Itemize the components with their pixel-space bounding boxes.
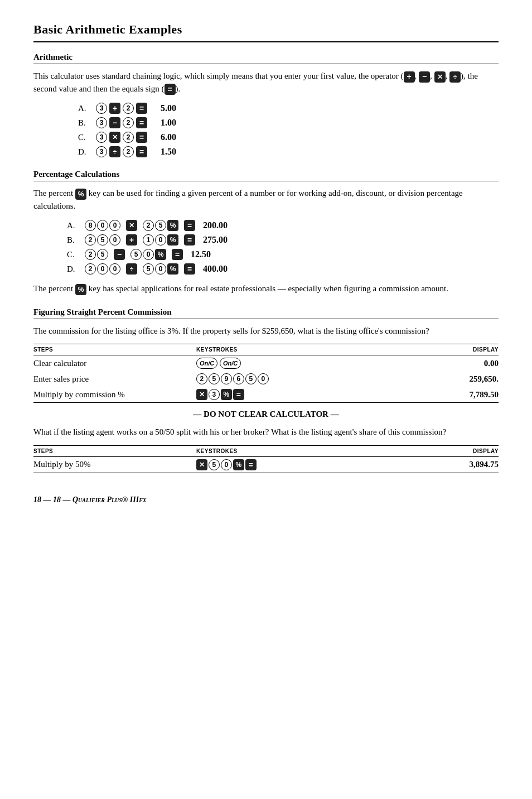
key-2-pa: 2 bbox=[143, 220, 154, 231]
pct-result-b: 275.00 bbox=[203, 235, 236, 245]
pct-label-d: D. bbox=[67, 264, 83, 274]
key-pct-c: % bbox=[155, 249, 166, 260]
key-2-pd: 2 bbox=[85, 263, 96, 275]
pct-right-keys-a: 25% bbox=[143, 220, 178, 231]
key-eq-pa: = bbox=[184, 220, 195, 231]
pct-key-inline2: % bbox=[75, 284, 86, 295]
key-0-pd1: 0 bbox=[97, 263, 108, 275]
key-3-c: 3 bbox=[96, 132, 107, 143]
table-row: Enter sales price 259650 259,650. bbox=[33, 371, 499, 387]
key-0-a1: 0 bbox=[97, 220, 108, 231]
keystroke-t2-1-keys: ✕50%= bbox=[196, 459, 257, 470]
minus-icon: − bbox=[419, 71, 430, 83]
pct-left-keys-c: 25 bbox=[85, 249, 108, 260]
key-5-pd: 5 bbox=[143, 263, 154, 275]
pct-label-c: C. bbox=[67, 250, 83, 259]
key-0-pb2: 0 bbox=[155, 234, 166, 246]
pct-left-keys-b: 250 bbox=[85, 234, 120, 246]
multiply-icon: ✕ bbox=[434, 71, 446, 83]
page-footer: 18 — 18 — Qualifier Plus® IIIfx bbox=[33, 495, 499, 504]
arithmetic-example-c: C. 3 ✕ 2 = 6.00 bbox=[78, 132, 499, 143]
key-eq-pd: = bbox=[184, 263, 195, 275]
pct-result-d: 400.00 bbox=[203, 264, 236, 274]
key-pct-comm: % bbox=[221, 389, 232, 400]
key-2-sp: 2 bbox=[196, 373, 207, 384]
keystroke-2: 259650 bbox=[196, 371, 383, 387]
step-1: Clear calculator bbox=[33, 355, 196, 372]
divide-icon: ÷ bbox=[449, 71, 461, 83]
key-eq-d: = bbox=[136, 146, 147, 157]
do-not-clear: — DO NOT CLEAR CALCULATOR — bbox=[33, 410, 499, 419]
key-6-sp: 6 bbox=[233, 373, 244, 384]
key-2-c: 2 bbox=[123, 132, 134, 143]
key-2-b: 2 bbox=[123, 117, 134, 128]
key-eq-comm: = bbox=[233, 389, 244, 400]
key-5-pc: 5 bbox=[97, 249, 108, 260]
display-1: 0.00 bbox=[382, 355, 499, 372]
pct-example-d: D. 200 ÷ 50% = 400.00 bbox=[67, 263, 499, 275]
result-d: 1.50 bbox=[161, 147, 194, 157]
col-header-display: DISPLAY bbox=[382, 344, 499, 355]
example-label-c: C. bbox=[78, 133, 94, 142]
step-t2-1: Multiply by 50% bbox=[33, 456, 196, 473]
key-eq-a: = bbox=[136, 103, 147, 114]
commission-intro: The commission for the listing office is… bbox=[33, 325, 499, 338]
key-0-pc: 0 bbox=[143, 249, 154, 260]
pct-op-d: ÷ bbox=[126, 263, 137, 275]
pct-right-keys-b: 10% bbox=[143, 234, 178, 246]
pct-left-keys-a: 800 bbox=[85, 220, 120, 231]
pct-example-b: B. 250 + 10% = 275.00 bbox=[67, 234, 499, 246]
key-2-pb: 2 bbox=[85, 234, 96, 246]
key-plus-a: + bbox=[109, 103, 120, 114]
key-1-pb: 1 bbox=[143, 234, 154, 246]
keystroke-3: ✕3%= bbox=[196, 387, 383, 403]
keystroke-1: On/C On/C bbox=[196, 355, 383, 372]
arithmetic-heading: Arithmetic bbox=[33, 52, 499, 64]
table-row: Clear calculator On/C On/C 0.00 bbox=[33, 355, 499, 372]
table-row: Multiply by commission % ✕3%= 7,789.50 bbox=[33, 387, 499, 403]
key-5-50: 5 bbox=[209, 459, 220, 470]
pct-op-b: + bbox=[126, 234, 137, 246]
percentage-section: Percentage Calculations The percent % ke… bbox=[33, 170, 499, 295]
key-0-pd3: 0 bbox=[155, 263, 166, 275]
pct-right-keys-c: 50% bbox=[130, 249, 166, 260]
pct-op-a: ✕ bbox=[126, 220, 137, 231]
pct-examples: A. 800 ✕ 25% = 200.00 B. 250 + 10% = 275… bbox=[67, 220, 499, 275]
keystroke-3-keys: ✕3%= bbox=[196, 389, 244, 400]
footer-page-num: 18 bbox=[33, 495, 41, 504]
key-2-pc: 2 bbox=[85, 249, 96, 260]
onc-key-1: On/C bbox=[196, 358, 217, 369]
key-5-sp2: 5 bbox=[245, 373, 257, 384]
col-header-steps-2: STEPS bbox=[33, 445, 196, 456]
footer-brand: 18 — Qualifier Plus® IIIfx bbox=[53, 495, 147, 504]
col-header-keystrokes-2: KEYSTROKES bbox=[196, 445, 383, 456]
key-3-comm: 3 bbox=[209, 389, 220, 400]
pct-label-b: B. bbox=[67, 235, 83, 245]
key-div-d: ÷ bbox=[109, 146, 120, 157]
arithmetic-section: Arithmetic This calculator uses standard… bbox=[33, 52, 499, 157]
step-2: Enter sales price bbox=[33, 371, 196, 387]
key-5-pc2: 5 bbox=[130, 249, 142, 260]
col-header-steps: STEPS bbox=[33, 344, 196, 355]
arithmetic-examples: A. 3 + 2 = 5.00 B. 3 − 2 = 1.00 C. 3 ✕ 2… bbox=[78, 103, 499, 157]
example-label-b: B. bbox=[78, 118, 94, 128]
pct-label-a: A. bbox=[67, 221, 83, 230]
result-a: 5.00 bbox=[161, 103, 194, 113]
step-3: Multiply by commission % bbox=[33, 387, 196, 403]
key-pct-a: % bbox=[167, 220, 178, 231]
key-5-sp: 5 bbox=[209, 373, 220, 384]
key-pct-d: % bbox=[167, 263, 178, 275]
key-0-pb: 0 bbox=[109, 234, 120, 246]
table-row: Multiply by 50% ✕50%= 3,894.75 bbox=[33, 456, 499, 473]
plus-icon: + bbox=[404, 71, 415, 83]
key-2-d: 2 bbox=[123, 146, 134, 157]
key-mult-comm: ✕ bbox=[196, 389, 207, 400]
pct-example-c: C. 25 − 50% = 12.50 bbox=[67, 249, 499, 260]
percentage-heading: Percentage Calculations bbox=[33, 170, 499, 181]
example-label-a: A. bbox=[78, 104, 94, 113]
commission-middle-text: What if the listing agent works on a 50/… bbox=[33, 426, 499, 439]
commission-section: Figuring Straight Percent Commission The… bbox=[33, 307, 499, 473]
key-3-a: 3 bbox=[96, 103, 107, 114]
pct-result-a: 200.00 bbox=[203, 220, 236, 230]
key-2-a: 2 bbox=[123, 103, 134, 114]
